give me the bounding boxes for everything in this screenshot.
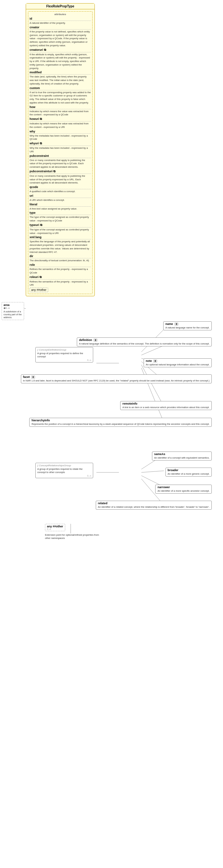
attr-xmllang: xml:lang Specifies the language of this … xyxy=(30,236,91,253)
prop-narrower-title: narrower xyxy=(157,486,210,489)
attr-howuri: howuri ⧉ Indicates by which means the va… xyxy=(30,117,91,129)
attr-pubconstraint: pubconstraint One or many constraints th… xyxy=(30,154,91,169)
prop-sameas-box: sameAs An identifier of a concept with e… xyxy=(152,452,212,461)
attr-modified: modified The date (and, optionally, the … xyxy=(30,71,91,85)
prop-definition-title: definition ⚙ xyxy=(79,338,210,342)
attr-pubconstraint-desc: One or many constraints that apply to pu… xyxy=(30,159,85,169)
attr-literal-name: literal xyxy=(30,203,91,207)
svg-line-2 xyxy=(141,345,164,355)
attr-role-name: role xyxy=(30,263,91,267)
any-other-label: any ##other xyxy=(30,288,48,292)
crg-mult: 0..∞ xyxy=(37,475,91,477)
attr-custom-name: custom xyxy=(30,87,91,90)
attributes-label: attributes xyxy=(30,13,91,16)
prop-narrower-box: narrower An identifier of a more specifi… xyxy=(155,485,212,494)
attr-creator-name: creator xyxy=(30,26,91,30)
attr-howuri-name: howuri ⧉ xyxy=(30,117,91,122)
svg-line-5 xyxy=(141,365,164,406)
prop-name-desc: A natural language name for the concept. xyxy=(165,326,210,330)
attr-custom: custom If set to true the corresponding … xyxy=(30,87,91,104)
attr-roleuri-desc: Refines the semantics of the property - … xyxy=(30,280,88,287)
attr-how-desc: Indicates by which means the value was e… xyxy=(30,110,89,116)
diagram-container: FlexRolePropType attributes id A natural… xyxy=(0,0,223,868)
attr-creator-desc: If the property value is not defined, sp… xyxy=(30,30,90,47)
attr-pubconstrainturi: pubconstrainturi ⧉ One or many constrain… xyxy=(30,170,91,184)
prop-definition-desc: A natural language definition of the sem… xyxy=(79,342,210,345)
attr-typeuri-name: typeuri ⧉ xyxy=(30,223,91,227)
attr-xmllang-desc: Specifies the language of this property … xyxy=(30,240,90,253)
attr-typeuri: typeuri ⧉ The type of the concept assign… xyxy=(30,223,91,235)
attr-qcode-desc: A qualified code which identifies a conc… xyxy=(30,190,75,193)
prop-related-desc: An identifier of a related concept, wher… xyxy=(98,505,210,509)
attr-whyuri-desc: Why the metadata has been included - exp… xyxy=(30,147,88,153)
attr-role-desc: Refines the semantics of the property - … xyxy=(30,268,88,274)
prop-name-title: name ⚙ xyxy=(165,322,210,326)
attr-type: type The type of the concept assigned as… xyxy=(30,211,91,222)
attr-typeuri-desc: The type of the concept assigned as cont… xyxy=(30,228,89,235)
attr-uri-name: uri xyxy=(30,194,91,198)
prop-broader-desc: An identifier of a more generic concept. xyxy=(168,472,210,476)
attr-any-other: any ##other xyxy=(30,288,91,291)
area-mult: ◆0..∞ xyxy=(3,307,22,309)
attr-type-name: type xyxy=(30,211,91,215)
cdg-label: { ConceptDefinitionGroup xyxy=(37,348,91,351)
note-icon: ⚙ xyxy=(153,360,157,363)
concept-definition-group-box: { ConceptDefinitionGroup A group of prop… xyxy=(35,347,93,363)
prop-hierarchyinfo-desc: Represents the position of a concept in … xyxy=(31,423,210,426)
main-type-box: FlexRolePropType attributes id A natural… xyxy=(26,3,95,296)
attr-role: role Refines the semantics of the proper… xyxy=(30,263,91,274)
main-box-title: FlexRolePropType xyxy=(26,3,94,9)
attr-roleuri-name: roleuri ⧉ xyxy=(30,275,91,280)
prop-related-title: related xyxy=(98,502,210,505)
attr-howuri-desc: Indicates by which means the value was e… xyxy=(30,122,89,128)
svg-line-9 xyxy=(141,471,164,472)
attr-id: id A natural identifier of the property. xyxy=(30,17,91,25)
crg-desc: A group of properties required to relate… xyxy=(37,468,91,474)
attr-creatoruri-name: creatoruri ⧉ xyxy=(30,48,91,52)
attributes-group: attributes id A natural identifier of th… xyxy=(28,11,93,294)
attr-custom-desc: If set to true the corresponding propert… xyxy=(30,91,91,104)
attr-creatoruri: creatoruri ⧉ If the attribute is empty, … xyxy=(30,48,91,70)
area-box-name: area xyxy=(3,303,22,307)
attr-dir-desc: The directionality of textual content (e… xyxy=(30,259,89,262)
attr-how: how Indicates by which means the value w… xyxy=(30,105,91,117)
attr-dir-name: dir xyxy=(30,254,91,258)
any-other-bottom-box: any ##other 0..∞ xyxy=(45,524,65,531)
prop-definition-box: definition ⚙ A natural language definiti… xyxy=(77,337,212,346)
attr-whyuri-name: whyuri ⧉ xyxy=(30,142,91,146)
attr-why-desc: Why the metadata has been included - exp… xyxy=(30,134,88,141)
attr-uri: uri A URI which identifies a concept. xyxy=(30,194,91,202)
attr-creatoruri-desc: If the attribute is empty, specifies whi… xyxy=(30,53,90,70)
definition-icon: ⚙ xyxy=(94,339,97,342)
attr-literal: literal A free-text value assigned as pr… xyxy=(30,203,91,211)
cdg-mult: 0..∞ xyxy=(37,359,91,361)
attr-type-desc: The type of the concept assigned as cont… xyxy=(30,216,89,222)
attr-why: why Why the metadata has been included -… xyxy=(30,130,91,141)
facet-icon: ⚙ xyxy=(31,376,35,378)
attr-qcode-name: qcode xyxy=(30,185,91,189)
any-other-bottom-mult: 0..∞ xyxy=(47,528,63,530)
attr-roleuri: roleuri ⧉ Refines the semantics of the p… xyxy=(30,275,91,287)
attr-pubconstrainturi-desc: One or many constraints that apply to pu… xyxy=(30,175,85,184)
attr-uri-desc: A URI which identifies a concept. xyxy=(30,198,65,202)
attr-literal-desc: A free-text value assigned as property v… xyxy=(30,207,77,210)
attr-whyuri: whyuri ⧉ Why the metadata has been inclu… xyxy=(30,142,91,153)
attr-dir: dir The directionality of textual conten… xyxy=(30,254,91,262)
attr-id-desc: A natural identifier of the property. xyxy=(30,22,66,24)
concept-relationships-group-box: { ConceptRelationshipsGroup A group of p… xyxy=(35,463,93,478)
prop-hierarchyinfo-title: hierarchyInfo xyxy=(31,419,210,422)
attr-creator: creator If the property value is not def… xyxy=(30,26,91,47)
prop-hierarchyinfo-box: hierarchyInfo Represents the position of… xyxy=(29,418,212,427)
attr-qcode: qcode A qualified code which identifies … xyxy=(30,185,91,193)
any-other-bottom-label: any ##other xyxy=(47,525,63,528)
attr-xmllang-name: xml:lang xyxy=(30,236,91,240)
prop-broader-box: broader An identifier of a more generic … xyxy=(165,468,212,476)
attr-id-name: id xyxy=(30,17,91,21)
area-box: area ◆0..∞ A subdivision of a country pa… xyxy=(2,302,24,320)
attr-modified-desc: The date (and, optionally, the time) whe… xyxy=(30,75,87,85)
prop-sameas-title: sameAs xyxy=(154,453,210,456)
any-other-bottom-desc: Extension point for optional/refined pro… xyxy=(45,533,103,540)
prop-facet-box: facet ⚙ In NAR 1.8 and later, facet is d… xyxy=(21,374,212,383)
prop-facet-title: facet ⚙ xyxy=(23,375,210,378)
prop-related-box: related An identifier of a related conce… xyxy=(96,501,212,510)
